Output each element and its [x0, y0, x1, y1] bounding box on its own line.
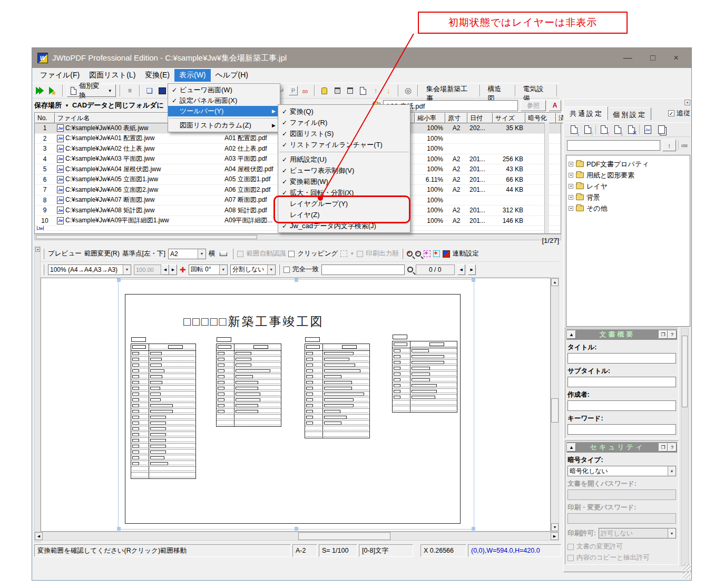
menubar-item[interactable]: 図面リスト(L) — [84, 69, 140, 82]
field-input[interactable] — [568, 377, 676, 387]
import-settings-icon[interactable]: ↓ — [568, 124, 580, 135]
clipping-checkbox[interactable] — [288, 251, 295, 257]
close-icon[interactable]: × — [35, 247, 40, 252]
help-icon[interactable]: ? — [668, 330, 677, 339]
split-select[interactable]: 分割しない▼ — [230, 264, 276, 275]
preview-vscrollbar[interactable]: ▲ ▼ — [551, 278, 559, 532]
new-document-icon[interactable] — [357, 85, 368, 96]
project-tab-button[interactable]: 電気設備 — [519, 84, 553, 97]
move-icon[interactable]: ✚ — [180, 266, 186, 274]
menu-item[interactable]: 図面リストのカラム(Z)▶ — [168, 120, 280, 131]
column-header[interactable]: 暗号化 — [525, 113, 556, 123]
collapse-icon[interactable]: ▲ — [567, 330, 576, 339]
p-button[interactable]: P — [289, 86, 298, 95]
load-item-icon[interactable]: ↑ — [598, 124, 610, 135]
zoom-out-icon[interactable]: − — [415, 251, 421, 257]
printer-icon[interactable] — [218, 248, 229, 260]
hand-pointer-icon[interactable] — [319, 85, 330, 96]
range-handle[interactable] — [472, 527, 475, 531]
project-tab-button[interactable]: 集会場新築工事 — [422, 84, 476, 97]
link-icon[interactable]: ∞ — [299, 85, 310, 96]
trash-icon[interactable] — [345, 85, 356, 96]
menu-item[interactable]: ✓ファイル(R) — [278, 117, 410, 128]
close-icon[interactable]: × — [684, 100, 690, 105]
tab-common-settings[interactable]: 共通設定 — [565, 106, 608, 120]
zoom-in-icon[interactable]: + — [407, 251, 413, 257]
minimize-button[interactable]: — — [623, 53, 632, 63]
maximize-button[interactable]: □ — [650, 53, 655, 63]
column-header[interactable]: 縮小率 — [415, 113, 445, 123]
toolbar-grip[interactable] — [232, 249, 233, 259]
encryption-type-select[interactable]: 暗号化しない▼ — [568, 466, 676, 476]
chevron-down-icon[interactable]: ▼ — [65, 103, 69, 108]
save-icon[interactable] — [156, 85, 168, 96]
menu-item[interactable]: ✓用紙設定(U) — [278, 154, 410, 165]
range-handle[interactable] — [295, 527, 298, 531]
trash-restore-icon[interactable] — [332, 85, 343, 96]
menubar-item[interactable]: ヘルプ(H) — [211, 69, 253, 82]
menu-item[interactable]: ✓変換範囲(W) — [278, 176, 410, 187]
tree-item[interactable]: +背景 — [569, 192, 688, 203]
file-table-vscrollbar[interactable] — [544, 123, 549, 233]
menubar-item[interactable]: ファイル(F) — [35, 69, 84, 82]
batch-convert-button[interactable] — [34, 85, 45, 96]
rotate-select[interactable]: 回転 0°▼ — [189, 264, 228, 275]
expand-plus-icon[interactable]: + — [569, 162, 573, 166]
apply-up-button[interactable]: ↑ — [662, 140, 676, 151]
field-input[interactable] — [568, 353, 676, 364]
copy-icon[interactable]: ❐ — [659, 443, 668, 452]
follow-checkbox[interactable]: ✓ — [668, 110, 674, 116]
menu-item[interactable]: ✓設定パネル画面(X) — [168, 95, 280, 106]
expand-plus-icon[interactable]: + — [569, 184, 573, 189]
pdf-icon-button[interactable]: A — [549, 100, 561, 111]
fit-range-icon[interactable]: ✚ — [424, 250, 431, 257]
zoom-select[interactable]: 100% (A4→A4,A3→A3)▼ — [48, 264, 131, 275]
window-resize-grip[interactable] — [683, 572, 690, 579]
range-handle[interactable] — [472, 278, 475, 282]
help-icon[interactable]: ? — [668, 443, 677, 452]
options-icon[interactable]: ≔ — [681, 141, 688, 150]
toolbar-grip[interactable] — [278, 264, 280, 275]
download-icon[interactable]: ↓ — [383, 85, 394, 96]
range-handle[interactable] — [117, 527, 121, 531]
menu-item[interactable]: ✓ビューワ表示制御(V) — [278, 165, 410, 176]
prev-result-button[interactable]: ◀ — [457, 264, 465, 275]
copy-icon[interactable] — [655, 124, 667, 135]
range-change-button[interactable]: 範囲変更(R) — [84, 249, 120, 258]
clip-rect-icon[interactable] — [340, 250, 347, 257]
tree-item[interactable]: +PDF文書プロパティ — [569, 159, 688, 170]
chevron-down-icon[interactable]: ▼ — [350, 251, 354, 256]
toolbar-grip[interactable] — [402, 249, 403, 259]
export-settings-icon[interactable]: ↑ — [582, 124, 593, 135]
jw-data-icon[interactable]: Jw — [642, 124, 653, 135]
fit-page-icon[interactable]: ✚ — [433, 250, 440, 257]
column-header[interactable]: No. — [35, 113, 55, 123]
preview-hscrollbar[interactable]: ◀ ▶ — [34, 532, 559, 541]
single-convert-button[interactable]: 個別変換 ▼ — [67, 84, 116, 97]
upload-icon[interactable]: ↑ — [370, 85, 381, 96]
expand-plus-icon[interactable]: + — [569, 206, 573, 211]
project-tab-button[interactable]: 構造図 — [484, 84, 512, 97]
file-table-hscrollbar[interactable] — [34, 234, 561, 240]
menu-item[interactable]: ツールバー(Y)▶ — [168, 106, 280, 116]
copy-icon[interactable]: ❐ — [659, 330, 668, 339]
tab-individual-settings[interactable]: 個別設定 — [608, 107, 651, 120]
scale-stepper[interactable]: 100.00 ◀▶ — [134, 264, 177, 275]
save-location-value[interactable]: CADデータと同じフォルダに — [72, 101, 164, 110]
conversion-range-rect[interactable] — [118, 279, 474, 530]
search-icon[interactable] — [407, 267, 413, 272]
preview-canvas[interactable]: □□□□□新築工事竣工図 — [41, 278, 551, 532]
settings-vscrollbar[interactable] — [681, 328, 689, 566]
toolbar-grip[interactable] — [43, 249, 44, 259]
menu-item[interactable]: ✓図面リスト(S) — [278, 128, 410, 139]
tree-item[interactable]: +その他 — [569, 203, 688, 214]
range-handle[interactable] — [295, 278, 298, 282]
column-header[interactable]: 日付 — [467, 113, 493, 123]
convert-selected-button[interactable]: ★ — [47, 85, 58, 96]
field-input[interactable] — [568, 424, 676, 435]
menu-item[interactable]: ✓ビューワ画面(W) — [168, 85, 280, 95]
link-setting-button[interactable]: 連動設定 — [453, 249, 479, 258]
panel-resize-grip[interactable] — [683, 564, 691, 571]
collapse-icon[interactable]: ▲ — [567, 443, 576, 452]
column-header[interactable]: サイズ — [493, 113, 525, 123]
